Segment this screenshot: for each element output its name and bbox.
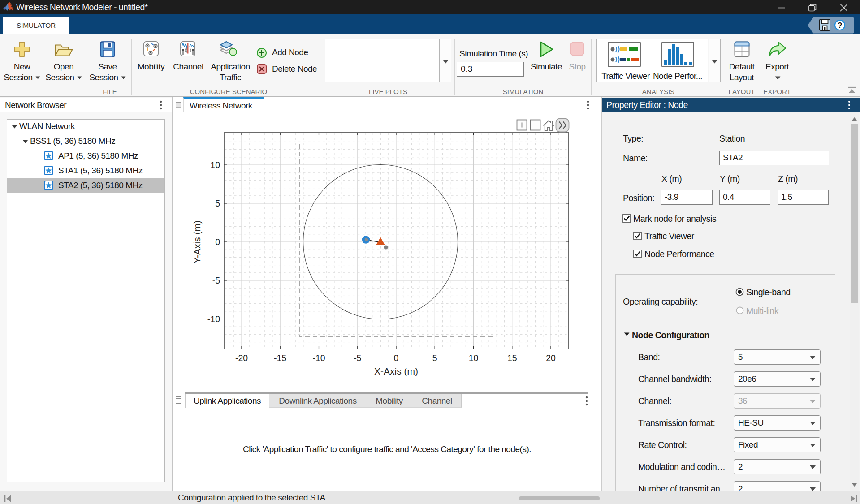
svg-text:-15: -15	[274, 353, 286, 363]
svg-text:5: 5	[215, 198, 220, 208]
svg-text:20: 20	[546, 353, 556, 363]
svg-text:X-Axis (m): X-Axis (m)	[374, 366, 418, 376]
svg-text:10: 10	[469, 353, 479, 363]
svg-text:5: 5	[432, 353, 437, 363]
svg-text:0: 0	[215, 237, 220, 247]
svg-text:15: 15	[507, 353, 517, 363]
svg-text:0: 0	[394, 353, 399, 363]
svg-text:-5: -5	[354, 353, 361, 363]
svg-text:-5: -5	[212, 276, 220, 285]
svg-text:?: ?	[838, 21, 843, 30]
svg-text:-20: -20	[235, 353, 248, 363]
svg-text:10: 10	[210, 160, 220, 170]
svg-text:-10: -10	[207, 314, 220, 324]
svg-text:Y-Axis (m): Y-Axis (m)	[192, 220, 202, 263]
svg-text:-10: -10	[312, 353, 325, 363]
